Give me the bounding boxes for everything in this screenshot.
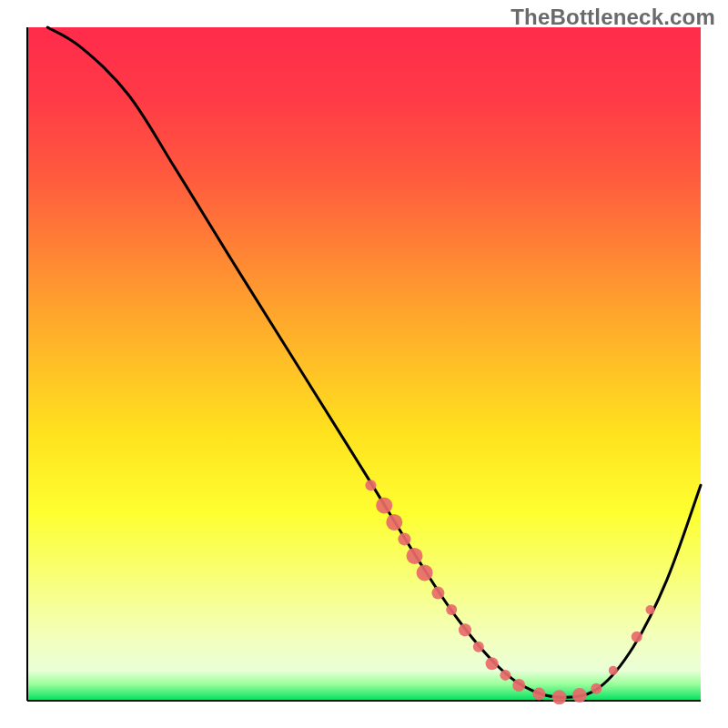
data-point [398,532,410,545]
plot-background [27,27,701,701]
data-point [486,657,499,670]
data-point [500,670,511,681]
data-point [446,604,457,615]
data-point [417,564,433,581]
data-point [591,683,602,694]
data-point [532,688,545,701]
data-point [646,605,655,614]
chart-svg [0,0,728,728]
data-point [459,623,471,636]
data-point [386,514,402,531]
data-point [365,480,376,490]
data-point [376,497,392,513]
data-point [431,587,444,600]
data-point [632,632,642,642]
data-point [407,548,423,564]
data-point [473,642,484,652]
watermark-text: TheBottleneck.com [511,5,715,30]
data-point [512,679,525,692]
chart-container: TheBottleneck.com [0,0,728,728]
data-point [572,688,587,703]
data-point [609,666,618,675]
data-point [552,690,567,704]
